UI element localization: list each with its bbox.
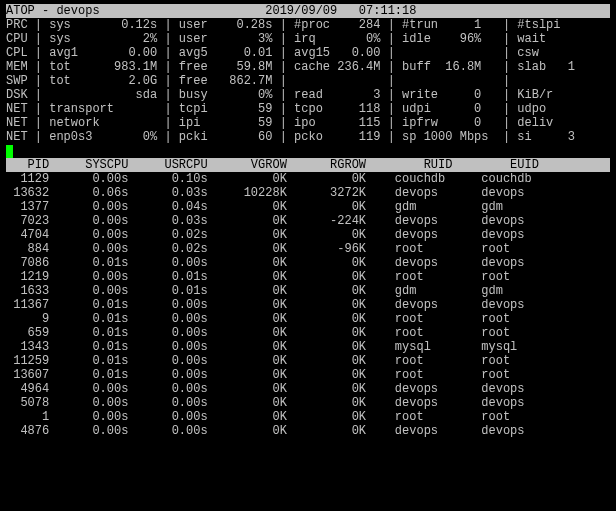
process-row: 1 0.00s 0.00s 0K 0K root root: [6, 410, 610, 424]
process-row: 13632 0.06s 0.03s 10228K 3272K devops de…: [6, 186, 610, 200]
system-stats: PRC | sys 0.12s | user 0.28s | #proc 284…: [6, 18, 610, 144]
process-row: 884 0.00s 0.02s 0K -96K root root: [6, 242, 610, 256]
sys-row: PRC | sys 0.12s | user 0.28s | #proc 284…: [6, 18, 610, 32]
process-row: 11367 0.01s 0.00s 0K 0K devops devops: [6, 298, 610, 312]
process-row: 659 0.01s 0.00s 0K 0K root root: [6, 326, 610, 340]
sys-row: NET | enp0s3 0% | pcki 60 | pcko 119 | s…: [6, 130, 610, 144]
col-text: PID SYSCPU USRCPU VGROW RGROW RUID EUID: [6, 158, 561, 172]
process-columns-header: PID SYSCPU USRCPU VGROW RGROW RUID EUID: [6, 158, 610, 172]
process-row: 9 0.01s 0.00s 0K 0K root root: [6, 312, 610, 326]
sys-row: NET | transport | tcpi 59 | tcpo 118 | u…: [6, 102, 610, 116]
sys-row: NET | network | ipi 59 | ipo 115 | ipfrw…: [6, 116, 610, 130]
process-row: 1219 0.00s 0.01s 0K 0K root root: [6, 270, 610, 284]
process-row: 11259 0.01s 0.00s 0K 0K root root: [6, 354, 610, 368]
process-row: 4704 0.00s 0.02s 0K 0K devops devops: [6, 228, 610, 242]
sys-row: SWP | tot 2.0G | free 862.7M | | |: [6, 74, 610, 88]
title-left: ATOP - devops 2019/09/09 07:11:18: [6, 4, 416, 18]
atop-screen: ATOP - devops 2019/09/09 07:11:18 PRC | …: [0, 0, 616, 438]
process-row: 1633 0.00s 0.01s 0K 0K gdm gdm: [6, 284, 610, 298]
process-row: 13607 0.01s 0.00s 0K 0K root root: [6, 368, 610, 382]
sys-row: CPL | avg1 0.00 | avg5 0.01 | avg15 0.00…: [6, 46, 610, 60]
process-list: 1129 0.00s 0.10s 0K 0K couchdb couchdb 1…: [6, 172, 610, 438]
title-bar: ATOP - devops 2019/09/09 07:11:18: [6, 4, 610, 18]
process-row: 4876 0.00s 0.00s 0K 0K devops devops: [6, 424, 610, 438]
process-row: 7023 0.00s 0.03s 0K -224K devops devops: [6, 214, 610, 228]
process-row: 4964 0.00s 0.00s 0K 0K devops devops: [6, 382, 610, 396]
sys-row: MEM | tot 983.1M | free 59.8M | cache 23…: [6, 60, 610, 74]
cursor-line: [6, 144, 610, 158]
process-row: 1377 0.00s 0.04s 0K 0K gdm gdm: [6, 200, 610, 214]
process-row: 1343 0.01s 0.00s 0K 0K mysql mysql: [6, 340, 610, 354]
sys-row: CPU | sys 2% | user 3% | irq 0% | idle 9…: [6, 32, 610, 46]
sys-row: DSK | sda | busy 0% | read 3 | write 0 |…: [6, 88, 610, 102]
process-row: 1129 0.00s 0.10s 0K 0K couchdb couchdb: [6, 172, 610, 186]
cursor: [6, 145, 13, 158]
process-row: 5078 0.00s 0.00s 0K 0K devops devops: [6, 396, 610, 410]
process-row: 7086 0.01s 0.00s 0K 0K devops devops: [6, 256, 610, 270]
